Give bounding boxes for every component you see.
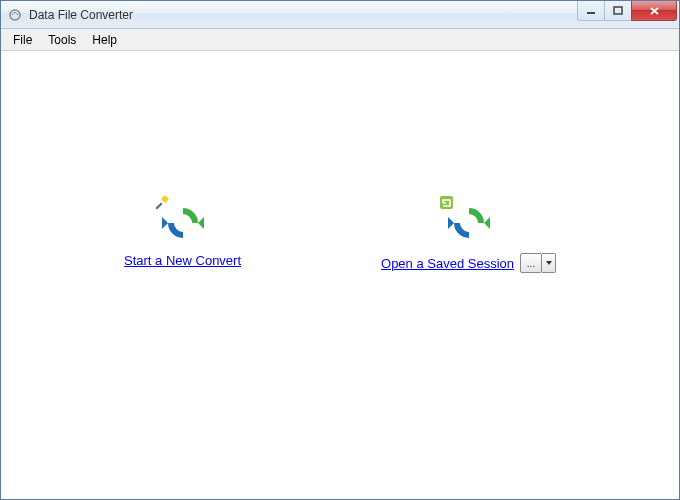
new-convert-link[interactable]: Start a New Convert <box>124 253 241 268</box>
maximize-icon <box>613 6 623 16</box>
svg-point-0 <box>10 10 20 20</box>
open-session-action: Open a Saved Session ... <box>381 199 556 273</box>
window-controls <box>578 1 677 21</box>
menubar: File Tools Help <box>1 29 679 51</box>
svg-rect-4 <box>155 202 162 209</box>
svg-rect-1 <box>587 12 595 14</box>
close-button[interactable] <box>631 1 677 21</box>
open-session-link[interactable]: Open a Saved Session <box>381 256 514 271</box>
dropdown-arrow-button[interactable] <box>542 253 556 273</box>
content-area: Start a New Convert <box>1 51 679 499</box>
minimize-icon <box>586 6 596 16</box>
open-session-dropdown: ... <box>520 253 556 273</box>
folder-open-icon <box>439 195 453 209</box>
window-title: Data File Converter <box>29 8 578 22</box>
menu-help[interactable]: Help <box>84 31 125 49</box>
svg-rect-5 <box>440 196 453 209</box>
menu-tools[interactable]: Tools <box>40 31 84 49</box>
svg-rect-2 <box>614 7 622 14</box>
more-button[interactable]: ... <box>520 253 542 273</box>
minimize-button[interactable] <box>577 1 605 21</box>
maximize-button[interactable] <box>604 1 632 21</box>
app-window: Data File Converter File Tools Help <box>0 0 680 500</box>
menu-file[interactable]: File <box>5 31 40 49</box>
open-session-row: Open a Saved Session ... <box>381 253 556 273</box>
new-convert-action: Start a New Convert <box>124 199 241 273</box>
titlebar: Data File Converter <box>1 1 679 29</box>
close-icon <box>649 6 660 16</box>
new-convert-icon <box>159 199 207 247</box>
wand-icon <box>153 195 167 209</box>
main-actions: Start a New Convert <box>1 199 679 273</box>
open-session-icon <box>445 199 493 247</box>
app-icon <box>7 7 23 23</box>
